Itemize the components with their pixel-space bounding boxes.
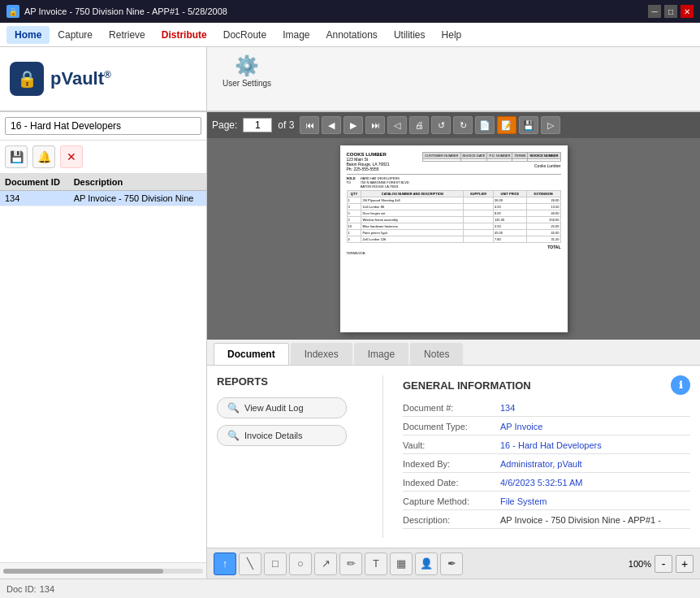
label-doc-type: Document Type: — [403, 422, 500, 431]
minimize-button[interactable]: ─ — [648, 5, 661, 18]
print-button[interactable]: 🖨 — [409, 116, 429, 134]
menu-help[interactable]: Help — [434, 26, 470, 44]
general-info-section: GENERAL INFORMATION ℹ Document #: 134 Do… — [403, 375, 690, 538]
tool-line-button[interactable]: ╲ — [239, 552, 261, 575]
app-icon: 🔒 — [6, 5, 19, 18]
section-divider — [382, 375, 383, 538]
menu-annotations[interactable]: Annotations — [318, 26, 385, 44]
first-page-button[interactable]: ⏮ — [300, 116, 319, 134]
view-audit-log-button[interactable]: 🔍 View Audit Log — [217, 397, 347, 418]
value-indexed-date: 4/6/2023 5:32:51 AM — [500, 478, 690, 488]
audit-log-label: View Audit Log — [244, 403, 304, 413]
row-description: AP Invoice - 750 Division Nine — [69, 191, 206, 206]
tabs-container: Document Indexes Image Notes REPORTS 🔍 V… — [207, 340, 700, 578]
user-settings-label: User Settings — [223, 79, 271, 88]
page-total: of 3 — [278, 119, 294, 131]
next-page-button[interactable]: ▶ — [344, 116, 363, 134]
menu-docroute[interactable]: DocRoute — [215, 26, 274, 44]
pvault-name: pVault® — [50, 68, 111, 89]
label-doc-number: Document #: — [403, 403, 500, 413]
menubar: Home Capture Retrieve Distribute DocRout… — [0, 23, 700, 47]
table-row[interactable]: 134 AP Invoice - 750 Division Nine — [0, 191, 206, 206]
value-capture-method: File System — [500, 496, 690, 506]
nav-btn-11[interactable]: ▷ — [541, 116, 560, 134]
label-description: Description: — [403, 515, 500, 525]
general-info-title: GENERAL INFORMATION ℹ — [403, 375, 690, 395]
tool-pencil-button[interactable]: ✏ — [339, 552, 362, 575]
tool-circle-button[interactable]: ○ — [289, 552, 312, 575]
search-input[interactable] — [5, 117, 201, 135]
label-capture-method: Capture Method: — [403, 496, 500, 506]
tool-text-button[interactable]: T — [365, 552, 387, 575]
info-row-doc-number: Document #: 134 — [403, 403, 690, 417]
menu-capture[interactable]: Capture — [50, 26, 101, 44]
tool-table-button[interactable]: ▦ — [390, 552, 413, 575]
user-settings-icon: ⚙️ — [235, 54, 259, 77]
label-vault: Vault: — [403, 440, 500, 450]
col-description: Description — [69, 174, 206, 191]
last-page-button[interactable]: ⏭ — [365, 116, 385, 134]
toolbar-area: ⚙️ User Settings — [207, 47, 700, 112]
annotate-button[interactable]: 📝 — [497, 116, 516, 134]
menu-home[interactable]: Home — [6, 26, 50, 44]
info-row-indexed-date: Indexed Date: 4/6/2023 5:32:51 AM — [403, 478, 690, 492]
info-row-doc-type: Document Type: AP Invoice — [403, 422, 690, 436]
tool-stamp-button[interactable]: 👤 — [415, 552, 438, 575]
page-input[interactable] — [243, 118, 272, 132]
close-button[interactable]: ✕ — [681, 5, 694, 18]
scrollbar-track[interactable] — [3, 569, 203, 574]
rotate-right-button[interactable]: ↻ — [453, 116, 473, 134]
main-layout: 💾 🔔 ✕ Document ID Description 134 AP Inv… — [0, 112, 700, 578]
tool-rect-button[interactable]: □ — [264, 552, 287, 575]
tab-indexes[interactable]: Indexes — [291, 343, 352, 365]
tab-document[interactable]: Document — [214, 343, 289, 365]
label-indexed-date: Indexed Date: — [403, 478, 500, 488]
invoice-search-icon: 🔍 — [227, 430, 240, 441]
scrollbar-thumb — [3, 569, 163, 574]
invoice-preview: COOKS LUMBER 123 Main St Baton Rouge, LA… — [340, 145, 568, 332]
nav-btn-10[interactable]: 💾 — [519, 116, 538, 134]
tool-arrow2-button[interactable]: ↗ — [314, 552, 337, 575]
status-doc-id-label: Doc ID: — [6, 584, 37, 594]
row-doc-id: 134 — [0, 191, 69, 206]
bell-button[interactable]: 🔔 — [32, 145, 55, 168]
rotate-left-button[interactable]: ↺ — [431, 116, 451, 134]
zoom-in-button[interactable]: + — [676, 555, 694, 573]
invoice-details-label: Invoice Details — [244, 431, 303, 440]
doc-viewer: Page: of 3 ⏮ ◀ ▶ ⏭ ◁ 🖨 ↺ ↻ 📄 📝 💾 ▷ — [207, 112, 700, 340]
content-area: Page: of 3 ⏮ ◀ ▶ ⏭ ◁ 🖨 ↺ ↻ 📄 📝 💾 ▷ — [207, 112, 700, 578]
reports-section: REPORTS 🔍 View Audit Log 🔍 Invoice Detai… — [217, 375, 363, 538]
zoom-area: 100% - + — [629, 555, 694, 573]
prev-page-button[interactable]: ◀ — [322, 116, 341, 134]
nav-btn-8[interactable]: 📄 — [475, 116, 495, 134]
tool-arrow-button[interactable]: ↑ — [214, 552, 236, 575]
pvault-logo-area: 🔒 pVault® — [0, 47, 207, 110]
menu-image[interactable]: Image — [274, 26, 318, 44]
save-button[interactable]: 💾 — [5, 145, 28, 168]
value-vault: 16 - Hard Hat Developers — [500, 440, 690, 450]
clear-button[interactable]: ✕ — [60, 145, 83, 168]
zoom-out-button[interactable]: - — [655, 555, 672, 573]
titlebar: 🔒 AP Invoice - 750 Division Nine - APP#1… — [0, 0, 700, 23]
maximize-button[interactable]: □ — [664, 5, 677, 18]
audit-search-icon: 🔍 — [227, 402, 240, 414]
doc-content: COOKS LUMBER 123 Main St Baton Rouge, LA… — [207, 138, 700, 340]
sidebar-scrollbar-area — [0, 562, 206, 578]
menu-utilities[interactable]: Utilities — [386, 26, 434, 44]
tool-pen-button[interactable]: ✒ — [440, 552, 463, 575]
page-label: Page: — [212, 119, 237, 131]
menu-distribute[interactable]: Distribute — [153, 26, 215, 44]
value-indexed-by: Administrator, pVault — [500, 459, 690, 469]
nav-btn-5[interactable]: ◁ — [387, 116, 407, 134]
left-panel: 💾 🔔 ✕ Document ID Description 134 AP Inv… — [0, 112, 207, 578]
tab-content-document: REPORTS 🔍 View Audit Log 🔍 Invoice Detai… — [207, 366, 700, 548]
zoom-level: 100% — [629, 559, 651, 569]
tab-notes[interactable]: Notes — [410, 343, 463, 365]
document-table: Document ID Description 134 AP Invoice -… — [0, 174, 206, 562]
value-doc-type: AP Invoice — [500, 422, 690, 431]
invoice-details-button[interactable]: 🔍 Invoice Details — [217, 425, 347, 446]
user-settings-button[interactable]: ⚙️ User Settings — [214, 50, 280, 92]
tab-image[interactable]: Image — [354, 343, 408, 365]
label-indexed-by: Indexed By: — [403, 459, 500, 469]
menu-retrieve[interactable]: Retrieve — [101, 26, 153, 44]
